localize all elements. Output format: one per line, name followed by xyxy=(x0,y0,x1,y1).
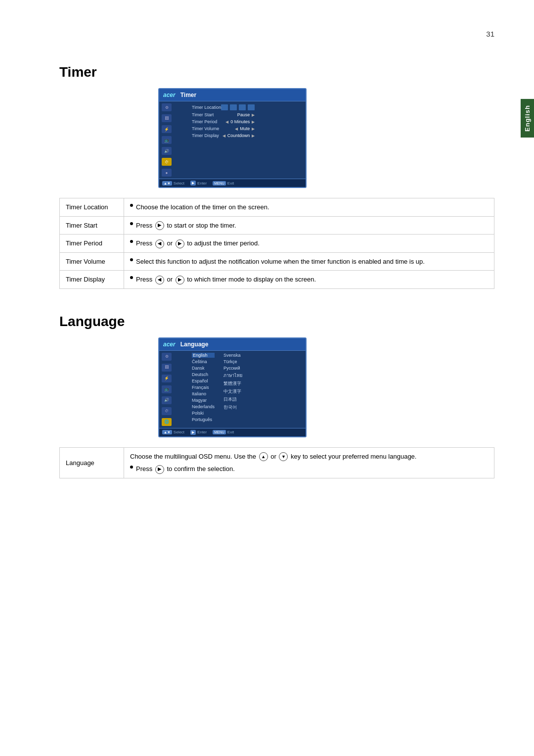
bullet-item: Press ◀ or ▶ to which timer mode to disp… xyxy=(130,275,488,284)
lang-item: 繁體漢字 xyxy=(223,380,242,387)
osd-row-period-value: ◀ 0 Minutes ▶ xyxy=(225,119,255,124)
language-osd-screen: acer Language ⚙ 🖼 ⚡ 📺 🔊 ⏱ 🌐 English xyxy=(158,337,307,437)
inline-btn-left: ◀ xyxy=(155,276,164,284)
lang-item: Polski xyxy=(192,411,215,416)
osd-icon-6-active: ⏱ xyxy=(162,158,172,166)
lang-icon-3: ⚡ xyxy=(162,375,172,382)
lang-item: Nederlands xyxy=(192,404,215,409)
timer-volume-label: Timer Volume xyxy=(60,252,124,271)
lang-osd-body: ⚙ 🖼 ⚡ 📺 🔊 ⏱ 🌐 English Čeština Dansk Deut… xyxy=(159,351,306,428)
timer-period-text: Press ◀ or ▶ to adjust the timer period. xyxy=(136,238,260,248)
lang-item: Deutsch xyxy=(192,372,215,377)
osd-row-volume-value: ◀ Mute ▶ xyxy=(235,126,255,131)
inline-btn-right: ▶ xyxy=(176,276,184,284)
language-title: Language xyxy=(59,314,494,330)
osd-footer: ▲▼ Select ▶ Enter MENU Exit xyxy=(159,179,306,187)
osd-footer-exit: MENU Exit xyxy=(213,181,234,186)
lang-item: 日本語 xyxy=(223,396,242,403)
osd-row-location: Timer Location xyxy=(192,103,255,111)
osd-arrow-right4: ▶ xyxy=(252,134,255,138)
osd-row-location-label: Timer Location xyxy=(192,105,221,110)
osd-icon-7: ● xyxy=(162,169,172,177)
bullet-dot xyxy=(130,466,133,469)
table-row: Timer Location Choose the location of th… xyxy=(60,198,494,217)
lang-icon-1: ⚙ xyxy=(162,353,172,361)
lang-acer-logo: acer xyxy=(163,341,176,348)
lang-item: Svenska xyxy=(223,353,242,358)
timer-osd: acer Timer ⚙ 🖼 ⚡ 📺 🔊 ⏱ ● xyxy=(158,88,494,188)
inline-btn-left: ◀ xyxy=(155,239,164,248)
timer-start-desc: Press ▶ to start or stop the timer. xyxy=(124,216,494,235)
lang-key-menu: MENU xyxy=(213,430,226,434)
osd-row-period: Timer Period ◀ 0 Minutes ▶ xyxy=(192,118,255,125)
osd-arrow-right2: ▶ xyxy=(252,120,255,124)
table-row: Timer Volume Select this function to adj… xyxy=(60,252,494,271)
lang-item: 한국어 xyxy=(223,404,242,411)
inline-btn-right: ▶ xyxy=(176,239,184,248)
lang-icon-2: 🖼 xyxy=(162,364,172,372)
osd-menu-title: Timer xyxy=(180,92,196,98)
timer-period-desc: Press ◀ or ▶ to adjust the timer period. xyxy=(124,235,494,253)
osd-icon-3: ⚡ xyxy=(162,125,172,133)
lang-col-2: Svenska Türkçe Русский ภาษาไทย 繁體漢字 中文漢字… xyxy=(223,353,242,426)
lang-osd-sidebar: ⚙ 🖼 ⚡ 📺 🔊 ⏱ 🌐 xyxy=(159,351,174,428)
inline-btn-right: ▶ xyxy=(155,221,164,230)
lang-item: English xyxy=(192,353,215,358)
table-row: Timer Start Press ▶ to start or stop the… xyxy=(60,216,494,235)
osd-icon-2: 🖼 xyxy=(162,114,172,122)
osd-sidebar: ⚙ 🖼 ⚡ 📺 🔊 ⏱ ● xyxy=(159,101,174,179)
bullet-dot xyxy=(130,276,133,279)
inline-btn-up: ▲ xyxy=(259,452,268,461)
lang-key-enter: ▶ xyxy=(190,430,196,435)
lang-list: English Čeština Dansk Deutsch Español Fr… xyxy=(189,351,245,428)
bullet-item: Press ▶ to start or stop the timer. xyxy=(130,221,488,231)
bullet-item: Select this function to adjust the notif… xyxy=(130,257,488,267)
lang-item: 中文漢字 xyxy=(223,388,242,395)
table-row: Timer Display Press ◀ or ▶ to which time… xyxy=(60,271,494,289)
table-row: Timer Period Press ◀ or ▶ to adjust the … xyxy=(60,235,494,253)
lang-icon-6: ⏱ xyxy=(162,407,172,415)
timer-osd-screen: acer Timer ⚙ 🖼 ⚡ 📺 🔊 ⏱ ● xyxy=(158,88,307,188)
lang-osd-header: acer Language xyxy=(159,338,306,351)
lang-osd-footer: ▲▼ Select ▶ Enter MENU Exit xyxy=(159,428,306,436)
lang-icon-4: 📺 xyxy=(162,385,172,393)
osd-arrow-left3: ◀ xyxy=(235,127,238,131)
timer-location-label: Timer Location xyxy=(60,198,124,217)
osd-icon-1: ⚙ xyxy=(162,103,172,111)
timer-table: Timer Location Choose the location of th… xyxy=(59,198,494,289)
lang-icon-7-active: 🌐 xyxy=(162,418,172,426)
bullet-dot xyxy=(130,204,133,207)
osd-footer-enter: ▶ Enter xyxy=(190,181,207,186)
lang-osd-title: Language xyxy=(180,341,209,348)
osd-row-display-label: Timer Display xyxy=(192,133,219,138)
osd-arrow-left4: ◀ xyxy=(222,134,225,138)
osd-row-volume: Timer Volume ◀ Mute ▶ xyxy=(192,125,255,132)
timer-location-desc: Choose the location of the timer on the … xyxy=(124,198,494,217)
bullet-dot xyxy=(130,240,133,243)
osd-loc-icon3 xyxy=(239,104,246,110)
lang-item: ภาษาไทย xyxy=(223,372,242,379)
osd-header: acer Timer xyxy=(159,89,306,101)
lang-item: Español xyxy=(192,378,215,383)
lang-footer-enter: ▶ Enter xyxy=(190,430,207,435)
osd-row-display: Timer Display ◀ Countdown ▶ xyxy=(192,132,255,139)
osd-loc-icon4 xyxy=(248,104,255,110)
timer-display-label: Timer Display xyxy=(60,271,124,289)
osd-row-period-label: Timer Period xyxy=(192,119,217,124)
inline-btn-down: ▼ xyxy=(279,452,288,461)
bullet-item: Press ◀ or ▶ to adjust the timer period. xyxy=(130,238,488,248)
timer-location-text: Choose the location of the timer on the … xyxy=(136,202,269,212)
timer-display-desc: Press ◀ or ▶ to which timer mode to disp… xyxy=(124,271,494,289)
bullet-item: Press ▶ to confirm the selection. xyxy=(130,464,488,474)
osd-icon-5: 🔊 xyxy=(162,147,172,155)
language-row-label: Language xyxy=(60,447,124,478)
lang-item: Čeština xyxy=(192,359,215,364)
osd-row-start-value: Pause ▶ xyxy=(237,112,255,117)
bullet-item: Choose the location of the timer on the … xyxy=(130,202,488,212)
osd-row-volume-label: Timer Volume xyxy=(192,126,219,131)
language-table: Language Choose the multilingual OSD men… xyxy=(59,447,494,478)
timer-title: Timer xyxy=(59,64,494,80)
osd-key-enter: ▶ xyxy=(190,181,196,186)
lang-col-1: English Čeština Dansk Deutsch Español Fr… xyxy=(192,353,215,426)
osd-arrow-right3: ▶ xyxy=(252,127,255,131)
